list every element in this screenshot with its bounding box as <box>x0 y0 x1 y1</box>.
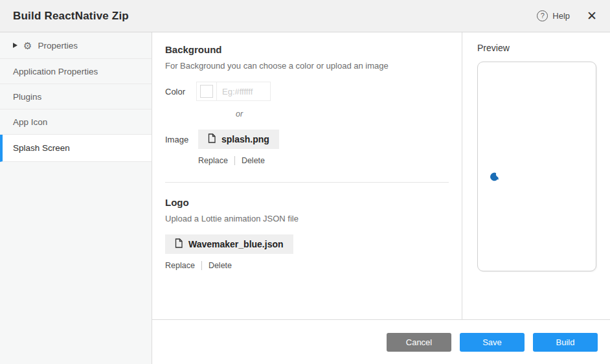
sidebar-item-plugins[interactable]: Plugins <box>0 84 152 109</box>
color-label: Color <box>165 87 196 97</box>
close-icon[interactable]: ✕ <box>587 10 597 22</box>
sidebar-filler <box>0 162 152 364</box>
preview-pane: Preview <box>462 32 610 319</box>
background-section-title: Background <box>165 44 449 55</box>
file-icon <box>208 133 216 145</box>
logo-section-description: Upload a Lottie animation JSON file <box>165 214 449 223</box>
sidebar-item-label: App Icon <box>13 117 47 127</box>
sidebar-item-properties[interactable]: ⚙ Properties <box>0 32 152 59</box>
logo-file-chip[interactable]: Wavemaker_blue.json <box>165 234 293 254</box>
logo-delete-link[interactable]: Delete <box>209 261 232 270</box>
sidebar-item-label: Application Properties <box>13 67 98 76</box>
background-section-description: For Background you can choose a color or… <box>165 61 449 71</box>
background-image-file-chip[interactable]: splash.png <box>198 130 279 149</box>
dialog-title: Build ReactNative Zip <box>13 10 129 23</box>
build-button[interactable]: Build <box>533 333 598 352</box>
content-panes: Background For Background you can choose… <box>152 32 610 319</box>
splash-screen-settings: Background For Background you can choose… <box>152 32 462 319</box>
logo-animation-crescent-icon <box>489 172 499 185</box>
file-icon <box>175 238 183 250</box>
image-replace-link[interactable]: Replace <box>198 156 228 165</box>
dialog-header: Build ReactNative Zip ? Help ✕ <box>0 0 610 32</box>
image-label: Image <box>165 135 198 144</box>
color-row: Color <box>165 82 449 101</box>
sidebar-item-label: Plugins <box>13 92 41 102</box>
sidebar-item-app-icon[interactable]: App Icon <box>0 109 152 135</box>
gear-icon: ⚙ <box>23 41 32 51</box>
sidebar-item-label: Splash Screen <box>13 143 70 153</box>
sidebar-item-splash-screen[interactable]: Splash Screen <box>0 135 152 162</box>
image-row: Image splash.png <box>165 130 449 149</box>
logo-section: Logo Upload a Lottie animation JSON file <box>165 197 449 270</box>
save-button[interactable]: Save <box>460 333 525 352</box>
help-button[interactable]: ? Help <box>537 10 570 21</box>
or-label: or <box>236 109 449 119</box>
splash-preview-box <box>477 62 596 271</box>
color-swatch[interactable] <box>200 85 213 98</box>
header-actions: ? Help ✕ <box>537 10 597 22</box>
cancel-button[interactable]: Cancel <box>387 333 451 352</box>
logo-replace-link[interactable]: Replace <box>165 261 195 270</box>
logo-actions: Replace Delete <box>165 261 449 270</box>
color-picker-control <box>196 82 271 101</box>
dialog-footer: Cancel Save Build <box>152 319 610 364</box>
content-column: Background For Background you can choose… <box>152 32 610 364</box>
build-reactnative-zip-dialog: Build ReactNative Zip ? Help ✕ ⚙ Propert… <box>0 0 610 364</box>
sidebar: ⚙ Properties Application Properties Plug… <box>0 32 152 364</box>
link-separator <box>234 156 235 165</box>
image-delete-link[interactable]: Delete <box>242 156 265 165</box>
help-icon: ? <box>537 10 548 21</box>
logo-section-title: Logo <box>165 197 449 208</box>
dialog-body: ⚙ Properties Application Properties Plug… <box>0 32 610 364</box>
help-label: Help <box>552 11 570 21</box>
section-divider <box>165 182 449 183</box>
logo-file-row: Wavemaker_blue.json <box>165 234 449 254</box>
logo-file-name: Wavemaker_blue.json <box>188 239 284 249</box>
chevron-right-icon <box>13 43 17 48</box>
color-input[interactable] <box>216 82 270 100</box>
preview-title: Preview <box>477 43 596 53</box>
sidebar-item-label: Properties <box>38 41 78 51</box>
image-actions: Replace Delete <box>198 156 449 165</box>
sidebar-item-application-properties[interactable]: Application Properties <box>0 59 152 84</box>
background-image-file-name: splash.png <box>221 134 269 144</box>
link-separator <box>201 261 202 270</box>
